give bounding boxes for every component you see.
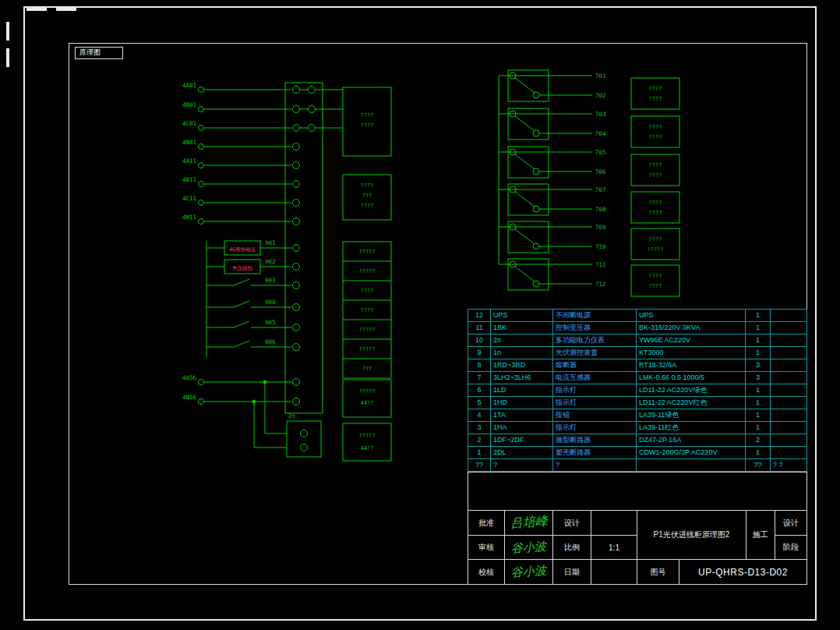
wire-number: 901 (265, 239, 276, 246)
scale-value: 1:1 (591, 536, 637, 559)
bom-cell: ?? (468, 459, 490, 471)
legend-text: ???? (649, 200, 662, 206)
legend-text: ???? (361, 288, 374, 294)
legend-text: ???? (649, 86, 662, 92)
bom-cell: 光伏测控装置 (553, 347, 636, 359)
bom-cell (771, 310, 806, 321)
check-signature: 谷小波 (505, 560, 552, 584)
bom-cell: 12 (468, 310, 490, 321)
bom-cell (771, 359, 806, 371)
meter-circuit (199, 379, 322, 458)
construction-label: 施工 (746, 511, 775, 559)
bom-cell: 1 (746, 322, 770, 334)
bom-cell: 6 (468, 384, 490, 396)
wire-number: 712 (595, 281, 606, 288)
bom-cell: YW96E AC220V (637, 334, 745, 346)
drawing-no-label: 图号 (637, 560, 679, 584)
wire-number: 710 (595, 243, 606, 250)
bom-cell: 3 (746, 359, 770, 371)
bom-cell: 控制变压器 (553, 322, 636, 334)
bom-cell: 11 (468, 322, 490, 334)
wire-number: 704 (595, 130, 606, 137)
legend-text: ???? (361, 112, 374, 119)
bom-cell: 1HA (491, 422, 552, 434)
legend-text: ????? (358, 346, 375, 352)
bom-cell: 1 (746, 447, 770, 458)
bom-cell: 2 (746, 434, 770, 446)
left-feeder-wires (199, 87, 344, 225)
feeder-label: 4C11 (182, 195, 196, 202)
wire-number: 703 (595, 111, 606, 118)
bom-cell: ? (491, 459, 552, 471)
drawing-no: UP-QHRS-D13-D02 (679, 567, 806, 578)
bom-cell: 指示灯 (553, 384, 636, 396)
feeder-label: 4A01 (182, 82, 196, 89)
legend-text: ???? (649, 283, 662, 289)
wire-number: 906 (265, 338, 276, 345)
bom-cell: 按钮 (553, 409, 636, 421)
bom-cell: UPS (637, 310, 745, 321)
legend-text: ????? (358, 388, 375, 395)
bom-cell: 1n (491, 347, 552, 359)
legend-text: 44?? (361, 400, 374, 406)
bom-cell: 2DL (491, 447, 552, 458)
bom-cell: 1DF~2DF (491, 434, 552, 446)
bom-cell: 电流互感器 (553, 372, 636, 384)
feeder-label: 4A56 (182, 374, 197, 381)
design-value (591, 511, 637, 535)
feeder-label: 4N11 (182, 214, 196, 221)
bom-cell: 指示灯 (553, 422, 636, 434)
bom-cell: 1HD (491, 397, 552, 409)
signature: 吕培峰 (510, 513, 548, 532)
bom-cell: 10 (468, 334, 490, 346)
legend-text: ???? (361, 203, 374, 209)
wire-number: 903 (265, 277, 276, 284)
bom-cell (771, 397, 806, 409)
signature: 谷小波 (510, 563, 546, 580)
title-block: 批准 吕培峰 设计 P1光伏进线柜原理图2 施工 设计 审核 谷小波 比例 1:… (468, 472, 807, 585)
legend-text: 44?? (361, 445, 374, 451)
feeder-label: 4N56 (182, 394, 197, 401)
right-legend-boxes (631, 78, 679, 296)
bom-cell: 4 (468, 409, 490, 421)
bom-cell: 3 (468, 422, 490, 434)
bom-cell: 5 (468, 397, 490, 409)
drawing-number-cell: 图号 UP-QHRS-D13-D02 (637, 560, 806, 584)
legend-text: ???? (649, 236, 662, 242)
bom-cell: 9 (468, 347, 490, 359)
wire-number: 711 (595, 261, 606, 268)
bom-cell: 1 (746, 347, 770, 359)
bom-cell: 1RD~3RD (491, 359, 552, 371)
bom-cell: 7 (468, 372, 490, 384)
bom-cell: BK-315/220V 3KVA (637, 322, 745, 334)
wire-number: 705 (595, 149, 606, 156)
bom-cell: 微型断路器 (553, 434, 636, 446)
date-label: 日期 (553, 560, 591, 584)
wire-number: 702 (595, 92, 606, 99)
legend-text: ????? (358, 249, 375, 255)
bom-cell: LA39-11红色 (637, 422, 745, 434)
legend-text: ???? (361, 182, 374, 189)
bom-cell: 2n (491, 334, 552, 346)
bom-cell: 1 (746, 334, 770, 346)
right-breaker-chain (499, 70, 592, 290)
bom-cell (771, 372, 806, 384)
legend-text: ???? (649, 96, 662, 102)
legend-text: ????? (358, 433, 375, 439)
legend-text: ???? (649, 172, 662, 179)
feeder-label: 4B01 (182, 101, 196, 108)
bom-cell (771, 347, 806, 359)
bom-cell: 1 (746, 310, 770, 321)
legend-text: ???? (361, 122, 374, 129)
date-value (591, 560, 637, 584)
approve-label: 批准 (468, 511, 504, 535)
bom-cell (771, 384, 806, 396)
wire-number: 701 (595, 73, 606, 80)
bom-cell (771, 434, 806, 446)
bom-table: 12UPS不间断电源UPS1 111BK控制变压器BK-315/220V 3KV… (468, 309, 807, 472)
bom-cell: DZ47-2P 16A (637, 434, 745, 446)
bom-cell: 1TA (491, 409, 552, 421)
relay-contact-section (206, 241, 300, 357)
bom-cell: ? ? (771, 459, 806, 471)
bom-cell: ?? (746, 459, 770, 471)
